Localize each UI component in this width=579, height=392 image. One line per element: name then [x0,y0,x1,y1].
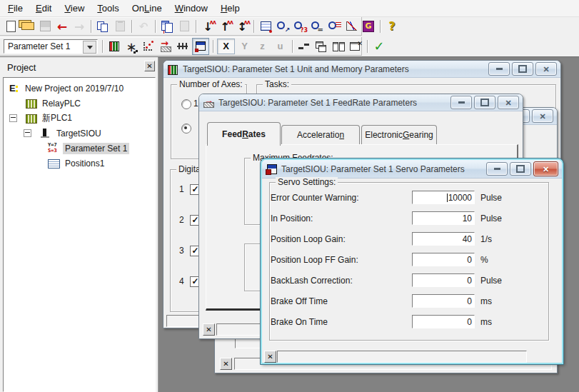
window-feedrate-title: TargetSIOU: Parameter Set 1 FeedRate Par… [218,98,417,108]
field-input[interactable]: 10 [412,211,475,225]
tab-acceleration[interactable]: Acceleration [281,125,360,144]
minimize-icon [458,101,465,104]
paste-icon[interactable] [112,19,128,34]
close-button[interactable] [498,96,519,109]
field-input[interactable]: 40 [412,232,475,246]
undo-icon[interactable] [136,19,151,34]
find-references-icon[interactable] [275,19,291,34]
field-value: 10000 [448,193,472,203]
maximize-button[interactable] [512,62,533,76]
field-unit-label: ms [480,317,492,327]
menu-view[interactable]: View [58,1,91,16]
copy-icon[interactable] [95,19,111,34]
maximize-button[interactable] [510,162,531,176]
field-input[interactable]: 0 [412,273,475,287]
feedrate-parameters-icon[interactable] [158,39,173,54]
toolbar-separator [292,40,293,53]
save-icon[interactable] [37,19,53,34]
trend-chart-icon[interactable] [343,19,359,34]
feedrate-window-x-button[interactable] [203,323,215,336]
help-icon[interactable] [384,19,400,34]
menu-edit[interactable]: Edit [29,1,58,16]
window-unit-memory-title: TargetSIOU: Parameter Set 1 Unit and Mem… [183,64,409,74]
axis-button-Z[interactable]: z [254,39,271,54]
axis-button-X[interactable]: X [217,39,235,54]
new-file-icon[interactable] [3,19,19,34]
maximize-button[interactable] [474,96,495,109]
tab-electronic-gearing[interactable]: Electronic Gearing [361,125,437,144]
project-panel-close-button[interactable] [144,61,155,71]
tree-item-relayplc[interactable]: RelayPLC [4,96,155,111]
tree-item-new-project-on-2019-7-10[interactable]: New Project on 2019/7/10 [4,81,155,96]
axis-button-U[interactable]: u [272,39,288,54]
axes-radio-1-label: 1 [193,99,198,109]
close-button[interactable] [533,161,558,176]
menu-tools[interactable]: Tools [91,1,125,16]
minimize-button[interactable] [488,62,510,76]
digital-checkbox-row: 3 [179,246,201,256]
find-value-icon[interactable] [309,19,325,34]
field-input[interactable]: 0 [412,294,475,308]
axes-radio-2[interactable] [181,124,191,134]
tree-item-label: 新PLC1 [40,111,74,125]
field-unit-label: % [480,255,488,265]
parameter-set-icon [48,143,61,154]
field-input[interactable]: 10000 [412,191,475,204]
field-input[interactable]: 0 [412,253,475,266]
menu-help[interactable]: Help [214,1,246,16]
jog-icon[interactable] [124,39,139,54]
close-windows-icon[interactable] [348,39,363,54]
combobox-dropdown-icon[interactable] [83,41,96,54]
axes-radio-1[interactable] [181,99,191,109]
apply-icon[interactable] [371,39,387,54]
maximize-icon [516,165,525,173]
verify-icon[interactable] [234,19,250,34]
tile-icon[interactable] [331,39,346,54]
unit-parameters-icon[interactable] [106,39,122,54]
minimize-button[interactable] [486,162,508,176]
open-folder-icon[interactable] [20,19,36,34]
forward-icon[interactable] [71,19,87,34]
step-icon[interactable] [296,39,312,54]
back-icon[interactable] [54,19,70,34]
tree-item-targetsiou[interactable]: TargetSIOU [4,126,155,141]
menu-file[interactable]: File [1,1,29,16]
close-icon [505,98,511,108]
parameter-set-combobox[interactable]: Parameter Set 1 [4,39,98,54]
field-input[interactable]: 0 [412,315,475,328]
upload-icon[interactable] [217,19,233,34]
paste-program-icon[interactable] [176,19,192,34]
window-feedrate-titlebar[interactable]: TargetSIOU: Parameter Set 1 FeedRate Par… [199,94,523,111]
tab-feed-rates[interactable]: Feed Rates [207,122,281,146]
axis-button-Y[interactable]: Y [236,39,253,54]
tree-item-positions1[interactable]: Positions1 [4,156,155,171]
minimize-button[interactable] [450,96,472,109]
close-button[interactable] [535,62,557,76]
servo-parameters-icon[interactable] [192,38,209,55]
expander-minus-icon[interactable] [9,114,17,122]
tree-item--plc1[interactable]: 新PLC1 [4,111,155,126]
expander-minus-icon[interactable] [24,129,31,137]
tree-item-label: TargetSIOU [54,128,104,139]
tree-item-parameter-set-1[interactable]: Parameter Set 1 [4,141,155,156]
limits-icon[interactable] [175,39,191,54]
window-servo-titlebar[interactable]: TargetSIOU: Parameter Set 1 Servo Parame… [262,160,562,179]
global-variables-icon[interactable] [361,19,376,34]
feedrate-parameters-icon [203,97,214,109]
find-text-icon[interactable] [326,19,342,34]
servo-field-row: Position Loop Gain:401/s [271,232,555,246]
menu-window[interactable]: Window [168,1,214,16]
cascade-icon[interactable] [313,39,329,54]
servo-window-x-button[interactable] [264,351,276,363]
copy-program-icon[interactable] [159,19,175,34]
positions-icon[interactable] [141,39,156,54]
background-window-x-button[interactable] [220,358,232,370]
find-symbol-icon[interactable] [292,19,308,34]
window-unit-memory-titlebar[interactable]: TargetSIOU: Parameter Set 1 Unit and Mem… [163,61,560,78]
project-root-icon [8,83,21,94]
close-button[interactable] [532,109,553,123]
field-unit-label: ms [480,296,492,306]
watch-icon[interactable] [258,19,273,34]
menu-online[interactable]: OnLine [126,1,168,16]
download-icon[interactable] [200,19,216,34]
